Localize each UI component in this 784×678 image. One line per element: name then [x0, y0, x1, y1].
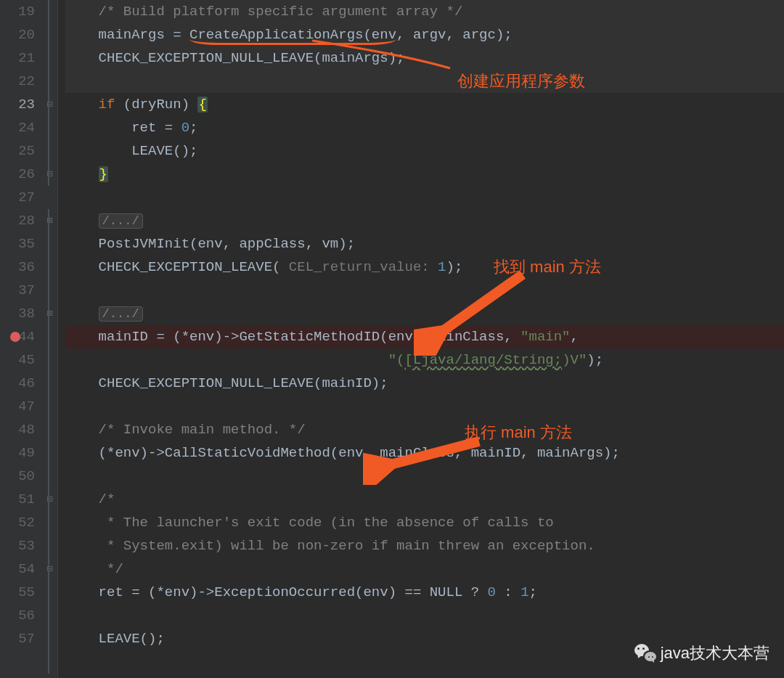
fold-toggle[interactable] [42, 0, 57, 23]
fold-toggle[interactable]: ⊟ [42, 93, 57, 116]
line-number[interactable]: 54 [0, 557, 35, 581]
line-number[interactable]: 56 [0, 604, 35, 627]
line-number[interactable]: 27 [0, 186, 35, 209]
line-number[interactable]: 50 [0, 465, 35, 488]
number-literal: 1 [438, 259, 446, 275]
keyword-if: if [99, 97, 115, 113]
number-literal: 1 [520, 584, 528, 600]
code-editor[interactable]: 19 20 21 22 23 24 25 26 27 28 35 36 37 3… [0, 0, 784, 678]
watermark-text: java技术大本营 [661, 642, 769, 665]
line-number[interactable]: 47 [0, 395, 35, 418]
code-comment: * The launcher's exit code (in the absen… [65, 515, 554, 531]
folded-region[interactable]: /.../ [99, 213, 143, 229]
code-text: LEAVE(); [65, 143, 197, 159]
code-text: CHECK_EXCEPTION_NULL_LEAVE(mainID); [65, 375, 388, 391]
line-number[interactable]: 25 [0, 139, 35, 163]
line-number[interactable]: 28 [0, 209, 35, 232]
line-number[interactable]: 38 [0, 302, 35, 325]
underlined-call: CreateApplicationArgs(env [189, 27, 396, 45]
line-number[interactable]: 26 [0, 163, 35, 186]
code-text: LEAVE(); [65, 631, 165, 647]
number-literal: 0 [181, 120, 189, 136]
number-literal: 0 [488, 584, 496, 600]
code-comment: /* Build platform specific argument arra… [65, 4, 462, 20]
fold-toggle[interactable]: ⊟ [42, 557, 57, 581]
string-literal: "main" [520, 329, 570, 345]
line-number[interactable]: 46 [0, 372, 35, 395]
wechat-icon [634, 642, 656, 664]
code-comment: */ [65, 561, 123, 577]
code-comment: * System.exit) will be non-zero if main … [65, 538, 595, 554]
line-number[interactable]: 48 [0, 418, 35, 441]
line-number[interactable]: 22 [0, 70, 35, 93]
line-number[interactable]: 45 [0, 348, 35, 372]
line-number[interactable]: 35 [0, 232, 35, 256]
line-number[interactable]: 19 [0, 0, 35, 23]
code-text: mainArgs = [65, 27, 189, 43]
code-comment: /* [65, 491, 115, 507]
line-number[interactable]: 49 [0, 441, 35, 465]
line-number[interactable]: 20 [0, 23, 35, 46]
watermark: java技术大本营 [634, 642, 769, 665]
breakpoint-icon[interactable] [10, 332, 20, 342]
line-number[interactable]: 55 [0, 581, 35, 604]
code-text: (*env)->CallStaticVoidMethod(env, mainCl… [65, 445, 620, 461]
line-number[interactable]: 37 [0, 279, 35, 302]
line-number[interactable]: 24 [0, 116, 35, 139]
brace-close: } [99, 166, 108, 182]
folded-region[interactable]: /.../ [99, 306, 143, 322]
fold-expand[interactable]: ⊞ [42, 302, 57, 325]
line-number-gutter[interactable]: 19 20 21 22 23 24 25 26 27 28 35 36 37 3… [0, 0, 42, 678]
line-number[interactable]: 21 [0, 46, 35, 70]
line-number[interactable]: 36 [0, 256, 35, 279]
fold-toggle[interactable]: ⊟ [42, 488, 57, 511]
code-text: , argv, argc); [396, 27, 513, 43]
line-number[interactable]: 57 [0, 627, 35, 650]
code-comment: /* Invoke main method. */ [65, 422, 306, 438]
code-text: PostJVMInit(env, appClass, vm); [65, 236, 355, 252]
code-text: mainID = (*env)->GetStaticMethodID(env, … [65, 329, 520, 345]
brace-open: { [197, 97, 207, 113]
line-number[interactable]: 53 [0, 534, 35, 557]
parameter-hint: CEL_return_value: [289, 259, 438, 275]
code-text: CHECK_EXCEPTION_NULL_LEAVE(mainArgs); [65, 50, 404, 66]
string-literal: [Ljava/lang/String; [405, 352, 563, 368]
code-area[interactable]: /* Build platform specific argument arra… [58, 0, 784, 678]
line-number[interactable]: 51 [0, 488, 35, 511]
fold-toggle[interactable]: ⊟ [42, 163, 57, 186]
line-number-breakpoint[interactable]: 44 [0, 325, 35, 348]
fold-gutter[interactable]: ⊟ ⊟ ⊞ ⊞ ⊟ ⊟ [42, 0, 58, 678]
line-number-current[interactable]: 23 [0, 93, 35, 116]
line-number[interactable]: 52 [0, 511, 35, 534]
fold-expand[interactable]: ⊞ [42, 209, 57, 232]
